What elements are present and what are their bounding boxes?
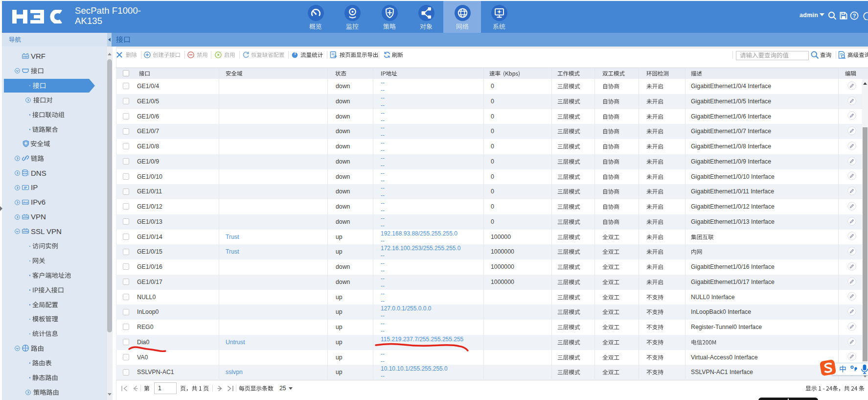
svg-text:VPN: VPN [23,216,28,219]
svg-text:IPv6: IPv6 [23,201,28,204]
svg-text:VRF: VRF [23,55,29,58]
svg-text:IP: IP [24,186,27,189]
svg-text:VPN: VPN [23,230,28,233]
svg-text:?: ? [853,13,856,19]
